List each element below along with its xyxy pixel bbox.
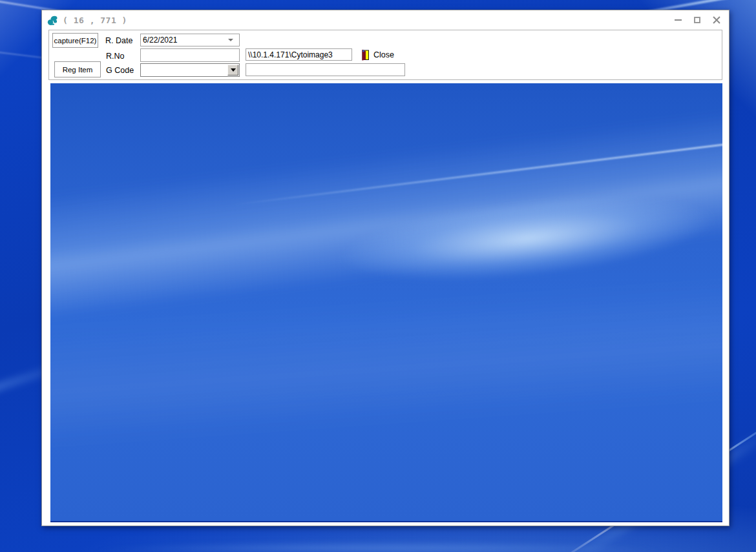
r-date-value: 6/22/2021 [143, 36, 228, 45]
dropdown-arrow-button[interactable] [227, 65, 238, 76]
capture-button[interactable]: capture(F12) [52, 33, 98, 48]
close-x-icon [713, 16, 720, 24]
desktop: { "window": { "title": "( 16 , 771 )" },… [0, 0, 756, 552]
wallpaper-streak [50, 276, 722, 477]
server-path-input[interactable] [246, 48, 352, 61]
minimize-icon [675, 19, 682, 21]
exit-door-icon [361, 49, 370, 61]
maximize-icon [694, 17, 700, 23]
g-code-combobox[interactable] [140, 63, 240, 77]
g-code-label: G Code [106, 66, 134, 75]
wallpaper-streak [39, 534, 717, 551]
window-title: ( 16 , 771 ) [63, 15, 127, 25]
maximize-button[interactable] [688, 12, 707, 28]
chevron-down-icon[interactable] [228, 39, 233, 41]
close-button-label: Close [373, 50, 394, 59]
close-window-button[interactable] [707, 12, 726, 28]
r-no-label: R.No [106, 52, 124, 61]
r-date-label: R. Date [105, 36, 132, 45]
r-no-input[interactable] [140, 48, 240, 62]
extra-input[interactable] [246, 63, 405, 76]
close-button[interactable]: Close [361, 48, 394, 62]
image-display-area[interactable] [50, 83, 722, 522]
titlebar[interactable]: ( 16 , 771 ) [42, 10, 729, 30]
app-window: ( 16 , 771 ) capture(F12) Reg Item R. Da… [41, 10, 730, 526]
window-controls [668, 12, 726, 28]
down-arrow-icon [231, 68, 236, 72]
r-date-combobox[interactable]: 6/22/2021 [140, 34, 240, 46]
minimize-button[interactable] [668, 12, 688, 28]
app-icon [47, 15, 58, 26]
toolbar-panel: capture(F12) Reg Item R. Date 6/22/2021 … [48, 30, 722, 80]
reg-item-button[interactable]: Reg Item [54, 61, 101, 77]
